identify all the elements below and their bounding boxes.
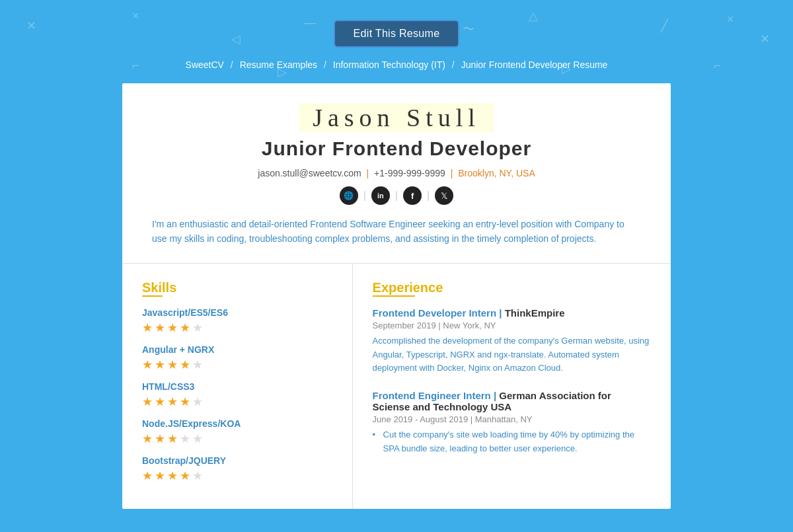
breadcrumb-sep-2: / [324, 59, 326, 70]
twitter-icon[interactable]: 𝕏 [435, 186, 453, 205]
resume-summary: I'm an enthusiastic and detail-oriented … [149, 217, 644, 247]
breadcrumb-current[interactable]: Junior Frontend Developer Resume [461, 59, 608, 70]
star-2: ★ [155, 432, 165, 446]
star-2: ★ [155, 469, 165, 483]
social-sep-2: | [395, 186, 398, 205]
star-5: ★ [192, 469, 203, 483]
skill-angular: Angular + NGRX ★ ★ ★ ★ ★ [142, 344, 332, 372]
social-sep-1: | [363, 186, 366, 205]
star-5: ★ [192, 395, 203, 409]
star-5: ★ [192, 358, 203, 372]
star-1: ★ [142, 432, 153, 446]
star-5: ★ [192, 321, 203, 335]
experience-item-1: Frontend Developer Intern | ThinkEmpire … [373, 307, 651, 375]
skill-html-stars: ★ ★ ★ ★ ★ [142, 395, 332, 409]
contact-location: Brooklyn, NY, USA [458, 168, 535, 178]
exp-1-date: September 2019 | New York, NY [373, 321, 651, 330]
skills-section: Skills Javascript/ES5/ES6 ★ ★ ★ ★ ★ Angu… [122, 264, 353, 509]
skill-nodejs-stars: ★ ★ ★ ★ ★ [142, 432, 332, 446]
skill-bootstrap-name: Bootstrap/JQUERY [142, 455, 332, 466]
experience-item-2: Frontend Engineer Intern | German Associ… [373, 390, 651, 456]
breadcrumb: SweetCV / Resume Examples / Information … [0, 59, 793, 70]
exp-1-title: Frontend Developer Intern | ThinkEmpire [373, 307, 651, 319]
skill-javascript: Javascript/ES5/ES6 ★ ★ ★ ★ ★ [142, 307, 332, 335]
resume-card: Jason Stull Junior Frontend Developer ja… [122, 83, 671, 509]
star-5: ★ [192, 432, 203, 446]
skill-html-name: HTML/CSS3 [142, 381, 332, 392]
skills-section-title: Skills [142, 280, 176, 295]
resume-body: Skills Javascript/ES5/ES6 ★ ★ ★ ★ ★ Angu… [122, 264, 671, 509]
exp-1-desc: Accomplished the development of the comp… [373, 334, 651, 375]
contact-phone: +1-999-999-9999 [374, 168, 445, 178]
breadcrumb-it[interactable]: Information Technology (IT) [333, 59, 445, 70]
contact-email[interactable]: jason.stull@sweetcv.com [258, 168, 361, 178]
star-1: ★ [142, 321, 153, 335]
social-sep-3: | [427, 186, 430, 205]
resume-title: Junior Frontend Developer [149, 137, 644, 160]
skill-bootstrap: Bootstrap/JQUERY ★ ★ ★ ★ ★ [142, 455, 332, 483]
social-icons-row: 🌐 | in | f | 𝕏 [149, 186, 644, 205]
star-3: ★ [167, 469, 178, 483]
exp-1-company: ThinkEmpire [505, 307, 565, 319]
edit-resume-button[interactable]: Edit This Resume [334, 20, 460, 48]
star-2: ★ [155, 358, 165, 372]
exp-2-date: June 2019 - August 2019 | Manhattan, NY [373, 414, 651, 424]
skill-nodejs: Node.JS/Express/KOA ★ ★ ★ ★ ★ [142, 418, 332, 446]
skill-angular-stars: ★ ★ ★ ★ ★ [142, 358, 332, 372]
facebook-icon[interactable]: f [403, 186, 422, 205]
skill-bootstrap-stars: ★ ★ ★ ★ ★ [142, 469, 332, 483]
star-3: ★ [167, 432, 178, 446]
star-3: ★ [167, 395, 178, 409]
star-1: ★ [142, 395, 153, 409]
linkedin-icon[interactable]: in [371, 186, 390, 205]
star-3: ★ [167, 358, 178, 372]
star-4: ★ [180, 469, 190, 483]
star-1: ★ [142, 469, 153, 483]
skill-javascript-stars: ★ ★ ★ ★ ★ [142, 321, 332, 335]
experience-section-title: Experience [373, 280, 443, 295]
exp-2-title: Frontend Engineer Intern | German Associ… [373, 390, 651, 412]
resume-contact: jason.stull@sweetcv.com | +1-999-999-999… [149, 168, 644, 178]
resume-header: Jason Stull Junior Frontend Developer ja… [122, 83, 671, 264]
breadcrumb-sep-3: / [452, 59, 455, 70]
contact-sep-2: | [451, 168, 453, 178]
star-4: ★ [180, 395, 190, 409]
star-1: ★ [142, 358, 153, 372]
skill-html: HTML/CSS3 ★ ★ ★ ★ ★ [142, 381, 332, 409]
contact-sep-1: | [367, 168, 369, 178]
skill-angular-name: Angular + NGRX [142, 344, 332, 355]
star-2: ★ [155, 395, 165, 409]
globe-icon[interactable]: 🌐 [340, 186, 358, 205]
resume-name: Jason Stull [299, 103, 494, 132]
experience-section: Experience Frontend Developer Intern | T… [353, 264, 671, 509]
exp-2-bullet-1: Cut the company's site web loading time … [373, 428, 651, 456]
breadcrumb-resume-examples[interactable]: Resume Examples [240, 59, 318, 70]
star-3: ★ [167, 321, 178, 335]
breadcrumb-sweetcv[interactable]: SweetCV [186, 59, 224, 70]
skill-javascript-name: Javascript/ES5/ES6 [142, 307, 332, 318]
skill-nodejs-name: Node.JS/Express/KOA [142, 418, 332, 429]
star-4: ★ [180, 321, 190, 335]
star-4: ★ [180, 358, 190, 372]
exp-2-bullets: Cut the company's site web loading time … [373, 428, 651, 456]
breadcrumb-sep-1: / [231, 59, 233, 70]
star-2: ★ [155, 321, 165, 335]
header-area: ✕ × ◁ — 〜 △ ╱ × ✕ ⌐ ▷ ▷ ⌐ Edit This Resu… [0, 0, 793, 83]
star-4: ★ [180, 432, 190, 446]
